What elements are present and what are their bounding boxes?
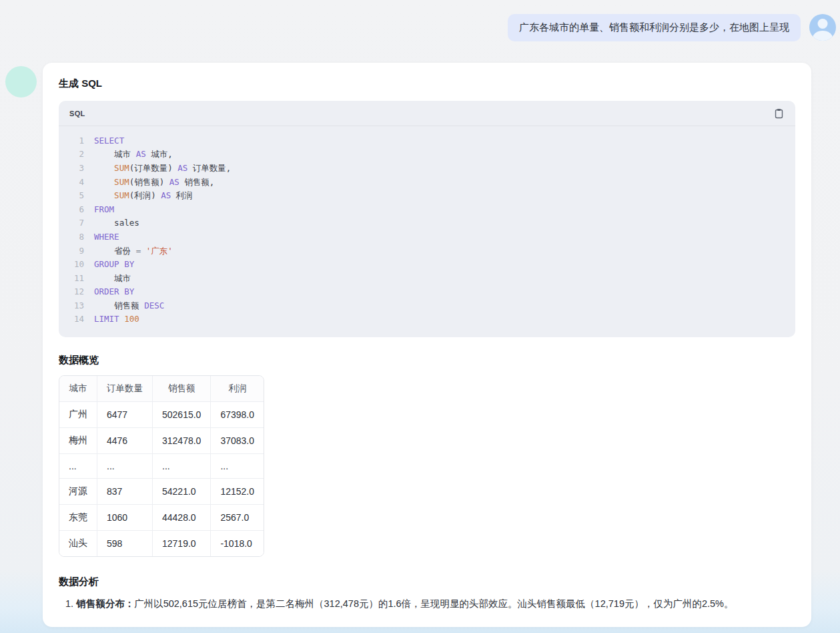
- line-number: 8: [67, 230, 84, 244]
- line-number: 1: [67, 134, 84, 148]
- table-row: ............: [59, 453, 264, 478]
- sql-code-line: 4 SUM(销售额) AS 销售额,: [67, 176, 785, 190]
- table-cell: ...: [97, 453, 152, 478]
- assistant-avatar: [5, 66, 37, 97]
- data-overview-title: 数据概览: [59, 354, 795, 367]
- table-column-header: 订单数量: [97, 376, 152, 401]
- table-cell: 312478.0: [152, 427, 210, 453]
- user-avatar-person-icon: [818, 19, 828, 29]
- line-number: 4: [67, 176, 84, 190]
- sql-code-line: 7 sales: [67, 216, 785, 230]
- table-cell: 502615.0: [152, 401, 210, 427]
- analysis-item-label: 销售额分布：: [76, 598, 134, 609]
- table-cell: ...: [59, 453, 97, 478]
- line-number: 7: [67, 216, 84, 230]
- user-message-bubble: 广东各城市的单量、销售额和利润分别是多少，在地图上呈现: [508, 14, 801, 41]
- chat-page: 广东各城市的单量、销售额和利润分别是多少，在地图上呈现 生成 SQL SQL: [0, 0, 840, 633]
- sql-code: 1SELECT2 城市 AS 城市,3 SUM(订单数量) AS 订单数量,4 …: [59, 126, 795, 337]
- table-cell: 1060: [97, 504, 152, 530]
- table-cell: 12719.0: [152, 530, 210, 556]
- table-cell: 54221.0: [152, 478, 210, 504]
- line-number: 2: [67, 148, 84, 162]
- table-column-header: 城市: [59, 376, 97, 401]
- assistant-message-row: 生成 SQL SQL 1SELECT2 城市 AS 城市,3 SUM(订单数: [0, 63, 840, 627]
- table-column-header: 利润: [210, 376, 264, 401]
- line-number: 6: [67, 203, 84, 217]
- sql-code-line: 11 城市: [67, 272, 785, 286]
- data-overview-table: 城市订单数量销售额利润 广州6477502615.067398.0梅州44763…: [59, 375, 264, 557]
- table-cell: 837: [97, 478, 152, 504]
- table-cell: ...: [210, 453, 264, 478]
- copy-sql-button[interactable]: [773, 108, 785, 120]
- line-number: 13: [67, 299, 84, 313]
- table-cell: 汕头: [59, 530, 97, 556]
- table-cell: 河源: [59, 478, 97, 504]
- table-cell: 598: [97, 530, 152, 556]
- sql-section-title: 生成 SQL: [59, 77, 795, 90]
- table-cell: 44428.0: [152, 504, 210, 530]
- table-row: 广州6477502615.067398.0: [59, 401, 264, 427]
- table-cell: 37083.0: [210, 427, 264, 453]
- user-message-row: 广东各城市的单量、销售额和利润分别是多少，在地图上呈现: [0, 0, 840, 41]
- line-number: 12: [67, 285, 84, 299]
- sql-code-line: 1SELECT: [67, 134, 785, 148]
- sql-code-line: 5 SUM(利润) AS 利润: [67, 189, 785, 203]
- sql-code-line: 6FROM: [67, 203, 785, 217]
- table-header: 城市订单数量销售额利润: [59, 376, 264, 401]
- table-cell: -1018.0: [210, 530, 264, 556]
- clipboard-copy-icon: [774, 108, 784, 119]
- table-cell: 2567.0: [210, 504, 264, 530]
- sql-code-line: 12ORDER BY: [67, 285, 785, 299]
- table-row: 汕头59812719.0-1018.0: [59, 530, 264, 556]
- table-row: 东莞106044428.02567.0: [59, 504, 264, 530]
- sql-code-line: 9 省份 = '广东': [67, 244, 785, 258]
- table-cell: 4476: [97, 427, 152, 453]
- line-number: 14: [67, 312, 84, 327]
- line-number: 10: [67, 258, 84, 272]
- line-number: 5: [67, 189, 84, 203]
- line-number: 9: [67, 244, 84, 258]
- sql-block-header: SQL: [59, 101, 795, 126]
- table-body: 广州6477502615.067398.0梅州4476312478.037083…: [59, 401, 264, 556]
- table-cell: 6477: [97, 401, 152, 427]
- line-number: 3: [67, 162, 84, 176]
- data-analysis-title: 数据分析: [59, 576, 795, 588]
- analysis-item-text: 广州以502,615元位居榜首，是第二名梅州（312,478元）的1.6倍，呈现…: [134, 598, 733, 609]
- table-cell: 东莞: [59, 504, 97, 530]
- sql-code-line: 8WHERE: [67, 230, 785, 244]
- line-number: 11: [67, 272, 84, 286]
- table-cell: 广州: [59, 401, 97, 427]
- analysis-item: 1. 销售额分布：广州以502,615元位居榜首，是第二名梅州（312,478元…: [59, 594, 795, 614]
- user-avatar-person-shoulders: [813, 31, 833, 41]
- user-avatar[interactable]: [809, 14, 836, 41]
- table-cell: 梅州: [59, 427, 97, 453]
- table-row: 梅州4476312478.037083.0: [59, 427, 264, 453]
- table-cell: 12152.0: [210, 478, 264, 504]
- sql-code-line: 3 SUM(订单数量) AS 订单数量,: [67, 162, 785, 176]
- analysis-list: 1. 销售额分布：广州以502,615元位居榜首，是第二名梅州（312,478元…: [59, 594, 795, 614]
- sql-code-line: 13 销售额 DESC: [67, 299, 785, 313]
- table-cell: ...: [152, 453, 210, 478]
- sql-code-block: SQL 1SELECT2 城市 AS 城市,3 SUM(订单数量) AS 订单数…: [59, 101, 795, 337]
- sql-code-line: 14LIMIT 100: [67, 312, 785, 327]
- sql-code-line: 2 城市 AS 城市,: [67, 148, 785, 162]
- sql-language-label: SQL: [69, 110, 85, 118]
- table-cell: 67398.0: [210, 401, 264, 427]
- assistant-answer-card: 生成 SQL SQL 1SELECT2 城市 AS 城市,3 SUM(订单数: [43, 63, 811, 627]
- table-column-header: 销售额: [152, 376, 210, 401]
- sql-code-line: 10GROUP BY: [67, 258, 785, 272]
- table-row: 河源83754221.012152.0: [59, 478, 264, 504]
